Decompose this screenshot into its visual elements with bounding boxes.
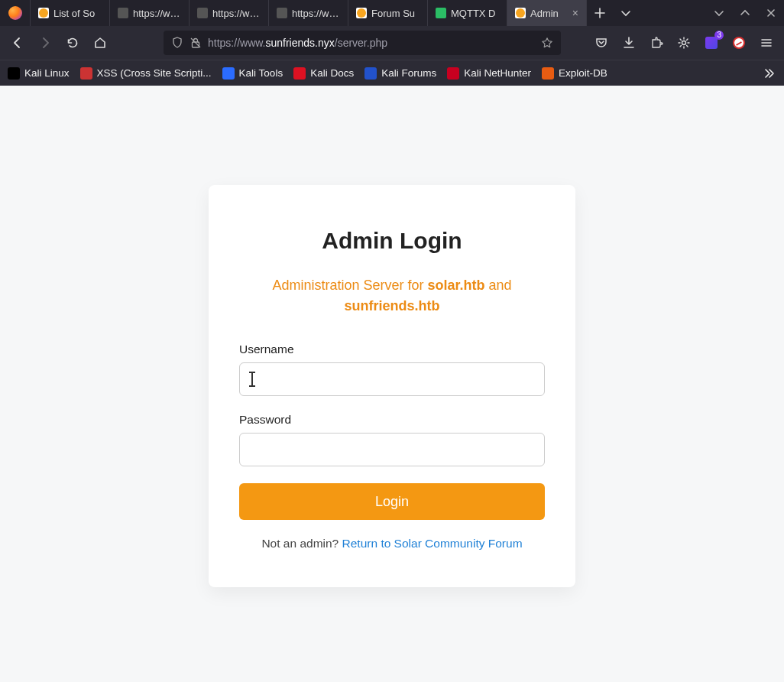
- svg-point-1: [682, 41, 686, 45]
- username-label: Username: [239, 343, 545, 356]
- burp-extension-icon[interactable]: 3: [701, 33, 721, 53]
- login-card: Admin Login Administration Server for so…: [209, 185, 575, 587]
- title-bar: List of Sohttps://wwwhttps://wwwhttps://…: [0, 0, 784, 26]
- password-label: Password: [239, 413, 545, 427]
- tab-3[interactable]: https://www: [269, 0, 348, 26]
- tab-label: Forum Su: [371, 8, 420, 19]
- tab-0[interactable]: List of So: [31, 0, 110, 26]
- home-button[interactable]: [90, 33, 110, 53]
- bookmark-icon: [80, 67, 92, 80]
- bookmark-icon: [222, 67, 235, 80]
- new-tab-button[interactable]: [587, 0, 613, 26]
- forward-button[interactable]: [35, 33, 55, 53]
- tab-close-icon[interactable]: ×: [572, 7, 578, 19]
- url-protocol: https://www.: [208, 37, 265, 49]
- pocket-icon[interactable]: [591, 33, 611, 53]
- bookmark-label: Kali NetHunter: [464, 67, 531, 79]
- tab-strip: List of Sohttps://wwwhttps://wwwhttps://…: [31, 0, 587, 26]
- subtitle-pre: Administration Server for: [272, 278, 427, 293]
- subtitle: Administration Server for solar.htb and …: [239, 275, 545, 317]
- bookmarks-overflow-button[interactable]: [763, 67, 776, 80]
- sun-favicon: [38, 8, 49, 18]
- page-title: Admin Login: [239, 228, 545, 254]
- subtitle-mid: and: [485, 278, 512, 293]
- footer-text: Not an admin? Return to Solar Community …: [239, 537, 545, 550]
- extensions-icon[interactable]: [646, 33, 666, 53]
- globe-favicon: [197, 8, 208, 18]
- lock-icon: [190, 37, 202, 49]
- window-minimize-icon[interactable]: [706, 0, 732, 26]
- back-button[interactable]: [8, 33, 28, 53]
- tab-5[interactable]: MQTTX D: [428, 0, 507, 26]
- tab-label: https://www: [133, 8, 181, 19]
- window-controls: [706, 0, 784, 26]
- tab-label: Admin: [530, 8, 568, 19]
- bookmark-icon: [364, 67, 377, 80]
- bookmark-label: Exploit-DB: [559, 67, 607, 79]
- bookmark-kali-docs[interactable]: Kali Docs: [293, 67, 354, 80]
- tab-2[interactable]: https://www: [190, 0, 269, 26]
- tab-label: https://www: [212, 8, 261, 19]
- tab-1[interactable]: https://www: [110, 0, 190, 26]
- url-text: https://www.sunfriends.nyx/server.php: [208, 37, 535, 49]
- bookmark-kali-linux[interactable]: Kali Linux: [8, 67, 70, 80]
- url-host: sunfriends.nyx: [265, 37, 334, 49]
- url-path: /server.php: [335, 37, 387, 49]
- sun-favicon: [356, 8, 367, 18]
- bookmark-label: XSS (Cross Site Scripti...: [97, 67, 212, 79]
- tab-4[interactable]: Forum Su: [348, 0, 428, 26]
- subtitle-host-1: solar.htb: [428, 278, 485, 293]
- bookmarks-bar: Kali LinuxXSS (Cross Site Scripti...Kali…: [0, 60, 784, 86]
- bookmark-label: Kali Linux: [24, 67, 70, 79]
- tab-label: List of So: [53, 8, 102, 19]
- bookmark-exploit-db[interactable]: Exploit-DB: [542, 67, 607, 80]
- downloads-icon[interactable]: [619, 33, 639, 53]
- bookmark-icon: [542, 67, 554, 80]
- window-close-icon[interactable]: [758, 0, 784, 26]
- password-input[interactable]: [239, 433, 545, 466]
- username-input[interactable]: [239, 362, 545, 396]
- bookmark-icon: [8, 67, 20, 80]
- reload-button[interactable]: [63, 33, 83, 53]
- window-maximize-icon[interactable]: [732, 0, 758, 26]
- settings-gear-icon[interactable]: [674, 33, 694, 53]
- tab-label: https://www: [292, 8, 340, 19]
- tab-6[interactable]: Admin×: [507, 0, 587, 26]
- subtitle-host-2: sunfriends.htb: [345, 298, 440, 313]
- extension-badge: 3: [714, 31, 724, 40]
- mqtt-favicon: [436, 8, 446, 18]
- shield-icon: [171, 37, 183, 49]
- bookmark-icon: [293, 67, 306, 80]
- chevron-double-right-icon: [763, 67, 776, 80]
- bookmark-label: Kali Forums: [381, 67, 436, 79]
- login-button[interactable]: Login: [239, 483, 545, 520]
- bookmark-kali-forums[interactable]: Kali Forums: [364, 67, 436, 80]
- footer-pre: Not an admin?: [261, 537, 342, 550]
- bookmark-label: Kali Docs: [310, 67, 354, 79]
- tab-label: MQTTX D: [451, 8, 499, 19]
- bookmark-xss-cross-site-scripti[interactable]: XSS (Cross Site Scripti...: [80, 67, 212, 80]
- bookmark-label: Kali Tools: [239, 67, 283, 79]
- globe-favicon: [118, 8, 128, 18]
- noscript-extension-icon[interactable]: [729, 33, 749, 53]
- sun-favicon: [515, 8, 526, 18]
- bookmark-kali-tools[interactable]: Kali Tools: [222, 67, 283, 80]
- url-bar[interactable]: https://www.sunfriends.nyx/server.php: [164, 31, 561, 55]
- tabs-list-button[interactable]: [613, 0, 639, 26]
- page-viewport: Admin Login Administration Server for so…: [0, 86, 784, 682]
- menu-button[interactable]: [756, 33, 776, 53]
- bookmark-icon: [447, 67, 459, 80]
- globe-favicon: [277, 8, 287, 18]
- bookmark-star-icon[interactable]: [541, 37, 553, 49]
- bookmark-kali-nethunter[interactable]: Kali NetHunter: [447, 67, 531, 80]
- nav-toolbar: https://www.sunfriends.nyx/server.php 3: [0, 26, 784, 60]
- firefox-icon: [0, 0, 31, 26]
- return-forum-link[interactable]: Return to Solar Community Forum: [342, 537, 523, 550]
